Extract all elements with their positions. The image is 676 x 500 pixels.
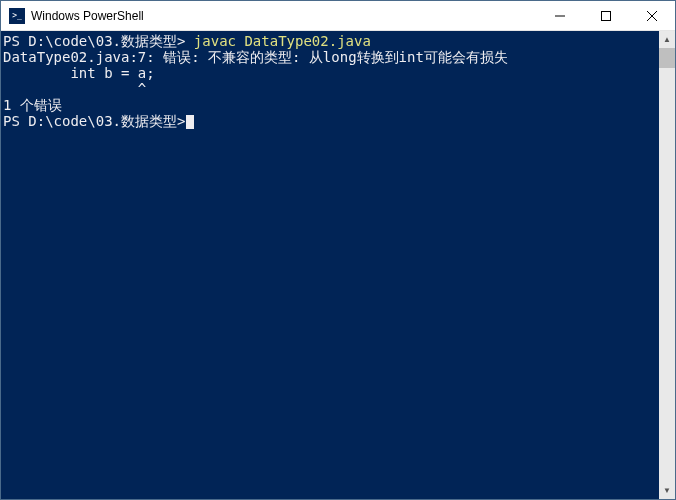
scroll-down-button[interactable]: ▼ bbox=[659, 482, 675, 499]
terminal-output[interactable]: PS D:\code\03.数据类型> javac DataType02.jav… bbox=[1, 31, 659, 499]
terminal-area: PS D:\code\03.数据类型> javac DataType02.jav… bbox=[1, 31, 675, 499]
titlebar[interactable]: Windows PowerShell bbox=[1, 1, 675, 31]
svg-rect-1 bbox=[602, 11, 611, 20]
scroll-thumb[interactable] bbox=[659, 48, 675, 68]
minimize-button[interactable] bbox=[537, 1, 583, 30]
scroll-track[interactable] bbox=[659, 48, 675, 482]
scrollbar[interactable]: ▲ ▼ bbox=[659, 31, 675, 499]
close-button[interactable] bbox=[629, 1, 675, 30]
window-controls bbox=[537, 1, 675, 30]
maximize-button[interactable] bbox=[583, 1, 629, 30]
powershell-icon bbox=[9, 8, 25, 24]
scroll-up-button[interactable]: ▲ bbox=[659, 31, 675, 48]
window-title: Windows PowerShell bbox=[31, 9, 537, 23]
